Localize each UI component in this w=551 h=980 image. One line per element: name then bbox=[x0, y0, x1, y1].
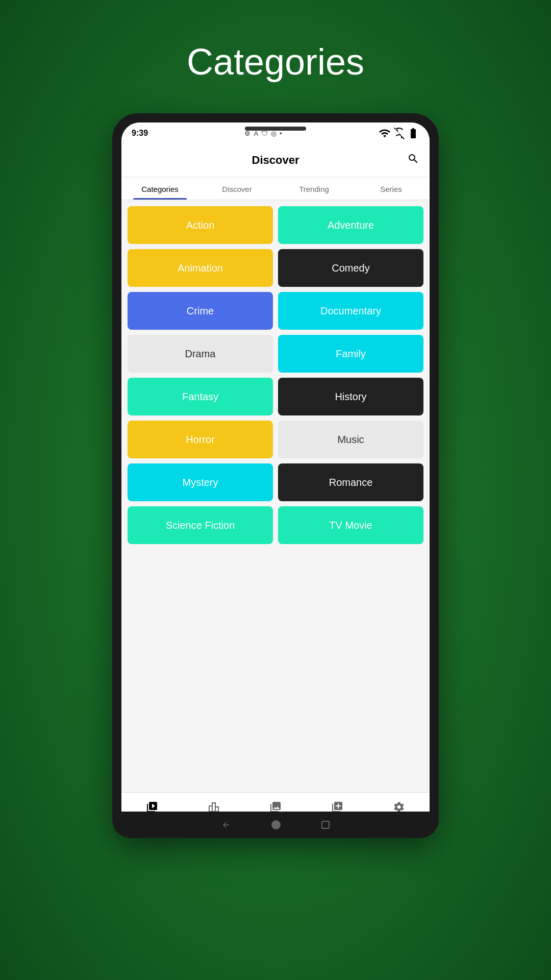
category-item-tv-movie[interactable]: TV Movie bbox=[278, 506, 423, 544]
phone-speaker bbox=[245, 127, 306, 131]
category-label: Fantasy bbox=[182, 391, 218, 403]
category-label: Science Fiction bbox=[166, 520, 235, 531]
categories-grid: ActionAdventureAnimationComedyCrimeDocum… bbox=[128, 206, 423, 544]
signal-icon bbox=[393, 127, 405, 139]
app-title: Discover bbox=[252, 154, 299, 167]
category-item-comedy[interactable]: Comedy bbox=[278, 249, 423, 287]
category-item-crime[interactable]: Crime bbox=[128, 292, 273, 330]
top-bar: Discover bbox=[121, 144, 430, 177]
category-item-romance[interactable]: Romance bbox=[278, 463, 423, 501]
back-nav-icon[interactable] bbox=[221, 820, 231, 829]
status-right bbox=[379, 127, 419, 139]
tab-series[interactable]: Series bbox=[353, 177, 430, 200]
discover-nav-icon bbox=[146, 801, 158, 813]
category-item-music[interactable]: Music bbox=[278, 421, 423, 458]
category-label: Drama bbox=[185, 348, 215, 360]
system-nav-bar bbox=[112, 812, 439, 838]
settings-nav-icon bbox=[393, 801, 405, 813]
category-item-mystery[interactable]: Mystery bbox=[128, 463, 273, 501]
phone-screen: 9:39 ⚙ A 🛡 ◎ • Discove bbox=[121, 122, 430, 829]
category-item-adventure[interactable]: Adventure bbox=[278, 206, 423, 244]
categories-scroll[interactable]: ActionAdventureAnimationComedyCrimeDocum… bbox=[121, 200, 430, 792]
category-label: Romance bbox=[329, 477, 373, 488]
ranking-nav-icon bbox=[208, 801, 220, 813]
category-item-science-fiction[interactable]: Science Fiction bbox=[128, 506, 273, 544]
tab-discover[interactable]: Discover bbox=[198, 177, 276, 200]
category-label: Family bbox=[336, 348, 366, 360]
wifi-icon bbox=[379, 127, 391, 139]
category-label: TV Movie bbox=[329, 520, 372, 531]
category-item-action[interactable]: Action bbox=[128, 206, 273, 244]
category-item-fantasy[interactable]: Fantasy bbox=[128, 378, 273, 415]
category-label: Comedy bbox=[332, 262, 369, 274]
category-label: Mystery bbox=[183, 477, 218, 488]
category-label: Animation bbox=[178, 262, 223, 274]
home-nav-icon[interactable] bbox=[271, 820, 281, 829]
recents-nav-icon[interactable] bbox=[321, 821, 330, 829]
category-item-drama[interactable]: Drama bbox=[128, 335, 273, 373]
category-label: Horror bbox=[186, 434, 215, 446]
category-label: Action bbox=[186, 219, 215, 231]
category-label: History bbox=[335, 391, 366, 403]
page-background-title: Categories bbox=[0, 41, 551, 83]
category-item-animation[interactable]: Animation bbox=[128, 249, 273, 287]
battery-icon bbox=[407, 127, 419, 139]
category-label: Documentary bbox=[320, 305, 381, 317]
category-item-documentary[interactable]: Documentary bbox=[278, 292, 423, 330]
category-label: Adventure bbox=[328, 219, 374, 231]
phone-frame: 9:39 ⚙ A 🛡 ◎ • Discove bbox=[112, 113, 439, 838]
category-label: Music bbox=[337, 434, 364, 446]
favourite-nav-icon bbox=[331, 801, 343, 813]
category-label: Crime bbox=[187, 305, 214, 317]
category-item-horror[interactable]: Horror bbox=[128, 421, 273, 458]
tab-categories[interactable]: Categories bbox=[121, 177, 198, 200]
status-bar: 9:39 ⚙ A 🛡 ◎ • bbox=[121, 122, 430, 144]
tab-trending[interactable]: Trending bbox=[276, 177, 353, 200]
tabs-bar: Categories Discover Trending Series bbox=[121, 177, 430, 200]
search-icon bbox=[407, 153, 419, 165]
status-time: 9:39 bbox=[132, 129, 148, 138]
collections-nav-icon bbox=[269, 801, 282, 813]
category-item-family[interactable]: Family bbox=[278, 335, 423, 373]
category-item-history[interactable]: History bbox=[278, 378, 423, 415]
search-button[interactable] bbox=[407, 153, 419, 168]
